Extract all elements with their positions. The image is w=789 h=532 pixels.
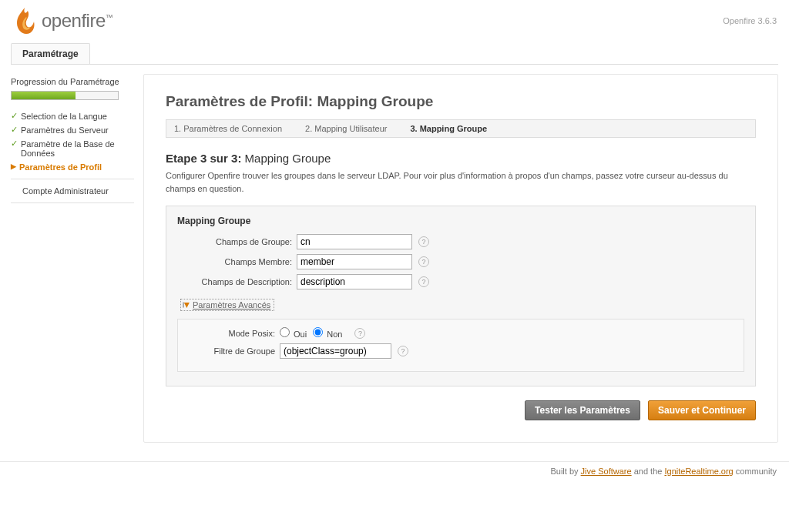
posix-yes-radio[interactable] [280,327,290,337]
version-label: Openfire 3.6.3 [723,16,777,25]
row-filter: Filtre de Groupe ? [187,343,734,359]
sidebar-item-profile[interactable]: ▶ Paramètres de Profil [11,160,134,174]
advanced-toggle-label: Paramètres Avancés [193,300,270,309]
desc-field-label: Champs de Description: [177,277,297,286]
posix-options: Oui Non ? [280,327,365,339]
brand-text: openfire™ [42,10,112,32]
progress-title: Progression du Paramétrage [11,77,134,86]
sidebar-item-label: Paramètre de la Base de Données [21,139,134,158]
divider [11,202,134,203]
step-tab-1[interactable]: 1. Paramètres de Connexion [174,124,282,133]
posix-yes-option[interactable]: Oui [280,327,307,339]
form-box: Mapping Groupe Champs de Groupe: ? Champ… [166,206,756,386]
group-field-input[interactable] [297,234,412,249]
button-row: Tester les Paramètres Sauver et Continue… [166,400,756,420]
arrow-right-icon: ▶ [11,162,16,170]
save-continue-button[interactable]: Sauver et Continuer [648,400,756,420]
step-heading-bold: Etape 3 sur 3: [166,152,241,165]
group-field-label: Champs de Groupe: [177,237,297,246]
footer-link-ignite[interactable]: IgniteRealtime.org [664,467,733,476]
help-icon[interactable]: ? [418,256,429,267]
check-icon: ✓ [11,112,18,120]
tab-bar: Paramétrage [11,43,778,65]
step-description: Configurer Openfire trouver les groupes … [166,169,756,195]
footer-link-jive[interactable]: Jive Software [581,467,632,476]
main-panel: Paramètres de Profil: Mapping Groupe 1. … [143,74,778,443]
member-field-label: Champs Membre: [177,257,297,266]
help-icon[interactable]: ? [354,328,365,339]
sidebar-item-label: Selection de la Langue [21,112,107,121]
row-member-field: Champs Membre: ? [177,254,744,269]
member-field-input[interactable] [297,254,412,269]
header: openfire™ Openfire 3.6.3 [0,0,789,38]
footer-text: community [736,467,777,476]
desc-field-input[interactable] [297,274,412,289]
step-heading: Etape 3 sur 3: Mapping Groupe [166,152,756,165]
step-tabs: 1. Paramètres de Connexion 2. Mapping Ut… [166,119,756,138]
footer-text: Built by [550,467,580,476]
sidebar-item-label: Paramètres de Profil [19,162,102,172]
row-posix: Mode Posix: Oui Non ? [187,327,734,339]
row-group-field: Champs de Groupe: ? [177,234,744,249]
page-title: Paramètres de Profil: Mapping Groupe [166,93,756,110]
step-tab-3[interactable]: 3. Mapping Groupe [410,124,487,133]
progress-fill [12,92,76,99]
filter-label: Filtre de Groupe [187,346,280,356]
sidebar-item-admin[interactable]: Compte Administrateur [11,184,134,198]
filter-input[interactable] [280,343,391,359]
help-icon[interactable]: ? [418,276,429,287]
logo: openfire™ [12,6,112,35]
flame-icon [12,6,37,35]
tab-setup[interactable]: Paramétrage [11,43,90,64]
sidebar-item-language[interactable]: ✓ Selection de la Langue [11,109,134,123]
step-tab-2[interactable]: 2. Mapping Utilisateur [305,124,387,133]
advanced-box: Mode Posix: Oui Non ? Filtre de Groupe ? [177,319,744,372]
footer-text: and the [634,467,665,476]
sidebar-item-database[interactable]: ✓ Paramètre de la Base de Données [11,137,134,160]
posix-no-radio[interactable] [313,327,323,337]
posix-label: Mode Posix: [187,329,280,338]
divider [11,179,134,179]
layout: Progression du Paramétrage ✓ Selection d… [0,65,789,461]
progress-bar [11,91,119,100]
posix-no-option[interactable]: Non [313,327,342,339]
row-desc-field: Champs de Description: ? [177,274,744,289]
footer: Built by Jive Software and the IgniteRea… [0,461,789,487]
chevron-down-icon: ▶ [183,303,191,308]
help-icon[interactable]: ? [418,236,429,247]
check-icon: ✓ [11,125,18,134]
help-icon[interactable]: ? [398,346,408,356]
advanced-toggle[interactable]: ▶ Paramètres Avancés [180,299,274,311]
sidebar-item-label: Paramètres du Serveur [21,125,109,135]
step-heading-rest: Mapping Groupe [245,152,331,165]
check-icon: ✓ [11,139,18,148]
sidebar: Progression du Paramétrage ✓ Selection d… [11,74,134,206]
sidebar-item-server[interactable]: ✓ Paramètres du Serveur [11,123,134,137]
test-settings-button[interactable]: Tester les Paramètres [525,400,640,420]
sidebar-item-label: Compte Administrateur [22,186,109,196]
formbox-title: Mapping Groupe [177,216,744,226]
